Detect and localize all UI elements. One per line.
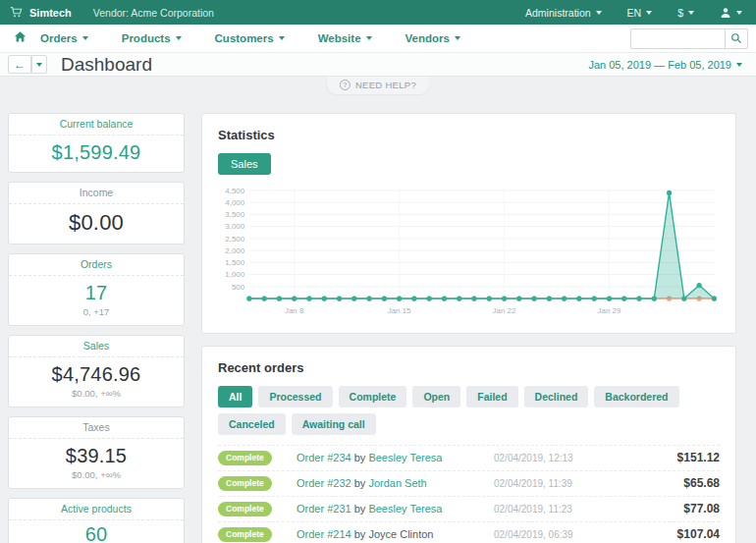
order-date: 02/04/2019, 06:39 — [494, 529, 641, 540]
svg-text:Jan 8: Jan 8 — [285, 306, 304, 315]
date-range-label: Jan 05, 2019 — Feb 05, 2019 — [588, 59, 731, 71]
order-status-filters: All Processed Complete Open Failed Decli… — [218, 386, 720, 445]
language-label: EN — [627, 7, 642, 19]
nav-item-customers[interactable]: Customers — [215, 32, 285, 44]
status-badge: Complete — [218, 451, 272, 465]
card-title-link[interactable]: Active products — [9, 499, 184, 520]
customer-link[interactable]: Beesley Teresa — [368, 503, 442, 515]
filter-awaiting-call[interactable]: Awaiting call — [292, 413, 376, 435]
card-title: Taxes — [9, 417, 184, 439]
order-total: $151.12 — [641, 451, 720, 464]
chevron-down-icon — [82, 36, 88, 40]
vendor-switch-link[interactable]: Vendor: Acme Corporation — [93, 7, 214, 19]
card-value: $4,746.96 — [13, 363, 180, 386]
chevron-down-icon — [736, 11, 742, 15]
filter-canceled[interactable]: Canceled — [218, 413, 286, 435]
filter-processed[interactable]: Processed — [258, 386, 332, 407]
filter-complete[interactable]: Complete — [339, 386, 407, 407]
order-date: 02/04/2019, 12:13 — [494, 453, 641, 463]
chevron-down-icon — [596, 11, 602, 15]
chevron-down-icon — [279, 36, 285, 40]
card-orders[interactable]: Orders 17 0, +17 — [8, 253, 185, 326]
order-link[interactable]: Order #214 — [297, 528, 351, 540]
search-button[interactable] — [725, 28, 748, 49]
by-label: by — [354, 477, 366, 489]
user-account-menu[interactable] — [720, 7, 742, 19]
filter-all[interactable]: All — [218, 386, 252, 407]
svg-text:4,500: 4,500 — [225, 187, 244, 195]
by-label: by — [354, 452, 366, 463]
table-row[interactable]: Complete Order #232 by Jordan Seth 02/04… — [218, 470, 720, 496]
customer-link[interactable]: Beesley Teresa — [368, 452, 442, 463]
filter-backordered[interactable]: Backordered — [594, 386, 678, 407]
search-input[interactable] — [630, 28, 725, 49]
chevron-down-icon — [176, 36, 182, 40]
order-date: 02/04/2019, 11:23 — [494, 504, 641, 515]
home-button[interactable] — [14, 29, 27, 47]
card-title-link[interactable]: Current balance — [9, 114, 184, 136]
svg-text:3,500: 3,500 — [225, 210, 244, 219]
nav-item-website[interactable]: Website — [318, 32, 372, 44]
order-link[interactable]: Order #232 — [297, 477, 351, 489]
svg-text:Jan 29: Jan 29 — [598, 306, 621, 315]
order-total: $65.68 — [641, 476, 720, 490]
status-badge: Complete — [218, 527, 272, 542]
back-button[interactable]: ← — [8, 55, 31, 74]
card-sales[interactable]: Sales $4,746.96 $0.00, +∞% — [8, 335, 185, 407]
chevron-down-icon — [688, 11, 694, 15]
language-menu[interactable]: EN — [627, 7, 653, 19]
status-badge: Complete — [218, 502, 272, 516]
card-active-products[interactable]: Active products 60 — [8, 498, 185, 543]
card-taxes: Taxes $39.15 $0.00, +∞% — [8, 416, 185, 489]
by-label: by — [354, 503, 366, 515]
order-date: 02/04/2019, 11:39 — [494, 478, 641, 489]
tab-sales[interactable]: Sales — [218, 153, 271, 175]
filter-declined[interactable]: Declined — [524, 386, 589, 407]
nav-item-label: Orders — [40, 32, 78, 44]
nav-item-label: Products — [122, 32, 171, 44]
svg-text:2,000: 2,000 — [225, 246, 244, 255]
nav-item-orders[interactable]: Orders — [40, 32, 88, 44]
order-link[interactable]: Order #231 — [297, 503, 351, 515]
card-title-link[interactable]: Orders — [9, 254, 184, 276]
need-help-button[interactable]: ? NEED HELP? — [327, 77, 429, 94]
administration-menu[interactable]: Administration — [525, 7, 602, 19]
chevron-down-icon — [36, 63, 42, 67]
chevron-down-icon — [646, 11, 652, 15]
table-row[interactable]: Complete Order #231 by Beesley Teresa 02… — [218, 496, 720, 521]
customer-link[interactable]: Jordan Seth — [368, 477, 426, 489]
card-value: $0.00 — [13, 210, 180, 236]
navbar: Orders Products Customers Website Vendor… — [0, 25, 756, 53]
filter-failed[interactable]: Failed — [466, 386, 517, 407]
recent-orders-panel: Recent orders All Processed Complete Ope… — [201, 346, 736, 543]
order-link[interactable]: Order #234 — [297, 452, 351, 463]
user-icon — [720, 7, 731, 19]
sales-chart-svg: 5001,0001,5002,0002,5003,0003,5004,0004,… — [218, 181, 720, 321]
svg-text:1,000: 1,000 — [225, 270, 244, 279]
svg-text:500: 500 — [232, 283, 245, 292]
svg-text:2,500: 2,500 — [225, 235, 244, 244]
order-total: $107.04 — [641, 527, 720, 541]
date-range-picker[interactable]: Jan 05, 2019 — Feb 05, 2019 — [588, 59, 742, 71]
nav-item-vendors[interactable]: Vendors — [405, 32, 460, 44]
card-value: $1,599.49 — [13, 141, 180, 164]
table-row[interactable]: Complete Order #214 by Joyce Clinton 02/… — [218, 521, 720, 543]
svg-text:Jan 15: Jan 15 — [388, 306, 411, 315]
nav-item-products[interactable]: Products — [122, 32, 182, 44]
search-icon — [730, 32, 742, 44]
card-current-balance[interactable]: Current balance $1,599.49 — [8, 113, 185, 173]
table-row[interactable]: Complete Order #234 by Beesley Teresa 02… — [218, 445, 720, 470]
filter-open[interactable]: Open — [412, 386, 460, 407]
card-subvalue: $0.00, +∞% — [13, 469, 180, 480]
svg-text:3,000: 3,000 — [225, 222, 244, 231]
brand-link[interactable]: Simtech — [29, 7, 72, 19]
customer-name: Joyce Clinton — [368, 528, 433, 540]
order-total: $77.08 — [641, 502, 720, 516]
card-value: 60 — [13, 523, 180, 543]
currency-menu[interactable]: $ — [677, 7, 694, 19]
card-title-link[interactable]: Sales — [9, 336, 184, 357]
dashboard-content: Current balance $1,599.49 Income $0.00 O… — [0, 77, 756, 543]
page-title: Dashboard — [61, 54, 152, 76]
back-history-dropdown[interactable] — [31, 55, 47, 74]
card-title: Income — [9, 183, 184, 204]
